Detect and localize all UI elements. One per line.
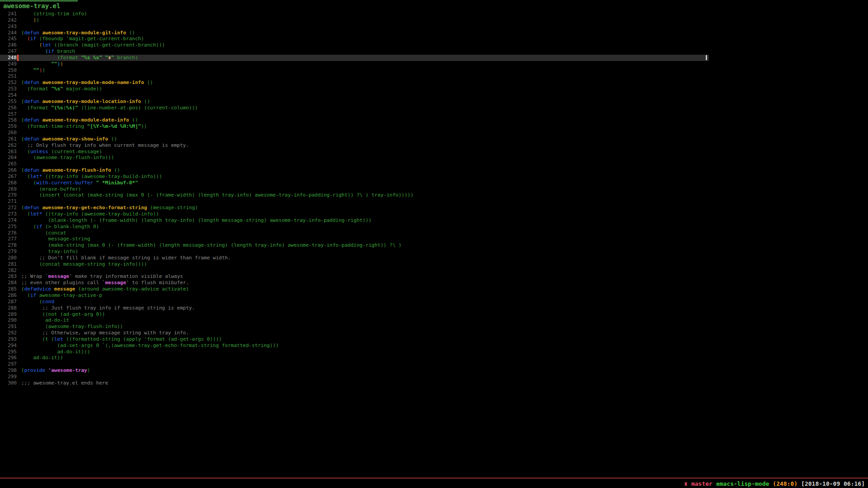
code-line[interactable]: 269 (erase-buffer) — [0, 186, 709, 192]
code-line[interactable]: 252(defun awesome-tray-module-mode-name-… — [0, 80, 709, 86]
code-line[interactable]: 265 — [0, 161, 709, 167]
code-token: (format — [21, 55, 81, 61]
code-token: ( — [21, 167, 24, 173]
code-line[interactable]: 243 — [0, 23, 709, 30]
code-line[interactable]: 276 (concat — [0, 230, 709, 236]
code-line[interactable]: 270 (insert (concat (make-string (max 0 … — [0, 192, 709, 198]
code-line[interactable]: 249 "")) — [0, 61, 709, 67]
code-token — [21, 61, 51, 67]
code-line[interactable]: 256 (format "(%s:%s)" (line-number-at-po… — [0, 105, 709, 111]
code-line[interactable]: 279 tray-info) — [0, 249, 709, 255]
code-line[interactable]: 273 (let* ((tray-info (awesome-tray-buil… — [0, 211, 709, 217]
code-token: let — [54, 336, 63, 342]
text-cursor — [17, 55, 19, 61]
code-line[interactable]: 289 ((not (ad-get-arg 0)) — [0, 311, 709, 318]
code-token: ( — [21, 211, 30, 217]
code-line[interactable]: 244(defun awesome-tray-module-git-info (… — [0, 30, 709, 36]
code-token: (format — [21, 105, 51, 111]
code-token: ((formatted-string (apply 'format (ad-ge… — [63, 336, 222, 342]
code-line[interactable]: 286 (if awesome-tray-active-p — [0, 292, 709, 299]
code-token: () — [111, 167, 120, 173]
code-line[interactable]: 281 (concat message-string tray-info)))) — [0, 261, 709, 267]
code-line[interactable]: 298(provide 'awesome-tray) — [0, 367, 709, 374]
line-number: 293 — [0, 336, 17, 343]
code-line[interactable]: 250 "")) — [0, 67, 709, 74]
line-number: 262 — [0, 142, 17, 149]
code-line[interactable]: 245 (if (fboundp 'magit-get-current-bran… — [0, 36, 709, 42]
code-line[interactable]: 246 (let ((branch (magit-get-current-bra… — [0, 42, 709, 48]
code-token: (concat — [21, 230, 66, 236]
line-number: 261 — [0, 136, 17, 142]
line-number: 297 — [0, 361, 17, 367]
line-number: 246 — [0, 42, 17, 48]
code-line[interactable]: 259 (format-time-string "[%Y-%m-%d %H:%M… — [0, 123, 709, 130]
code-token: (format-time-string — [21, 123, 87, 129]
code-token: () — [126, 30, 135, 36]
code-line[interactable]: 285(defadvice message (around awesome-tr… — [0, 286, 709, 292]
code-token: defun — [24, 80, 39, 85]
code-line[interactable]: 262 ;; Only flush tray info when current… — [0, 142, 709, 149]
code-token: if — [30, 36, 36, 42]
code-line[interactable]: 290 ad-do-it — [0, 317, 709, 324]
code-line[interactable]: 284;; even other plugins call `message' … — [0, 280, 709, 286]
code-token: ;; Don't fill blank if message string is… — [21, 255, 231, 261]
code-line[interactable]: 263 (unless (current-message) — [0, 149, 709, 155]
code-line[interactable]: 251 — [0, 73, 709, 80]
code-line[interactable]: 248 (format "%s %s" "♜" branch) — [0, 55, 709, 61]
line-number: 264 — [0, 155, 17, 161]
code-line[interactable]: 257 — [0, 111, 709, 117]
code-token: defun — [24, 99, 39, 104]
line-number: 263 — [0, 149, 17, 155]
code-line[interactable]: 277 message-string — [0, 236, 709, 242]
line-number: 280 — [0, 255, 17, 261]
code-line[interactable]: 291 (awesome-tray-flush-info)) — [0, 324, 709, 330]
code-line[interactable]: 294 (ad-set-args 0 `(,(awesome-tray-get-… — [0, 343, 709, 349]
code-line[interactable]: 254 — [0, 92, 709, 99]
code-line[interactable]: 293 (t (let ((formatted-string (apply 'f… — [0, 336, 709, 343]
code-line[interactable]: 242 )) — [0, 17, 709, 23]
line-number: 248 — [0, 55, 17, 61]
code-line[interactable]: 297 — [0, 361, 709, 367]
code-line[interactable]: 300;;; awesome-tray.el ends here — [0, 380, 709, 386]
code-token: ;; Just flush tray info if message strin… — [21, 305, 195, 311]
code-token: message — [105, 280, 126, 286]
code-line[interactable]: 266(defun awesome-tray-flush-info () — [0, 167, 709, 174]
code-token: ' to flush minibufer. — [126, 280, 189, 286]
line-number: 272 — [0, 205, 17, 211]
code-line[interactable]: 258(defun awesome-tray-module-date-info … — [0, 117, 709, 123]
code-token: awesome-tray-get-echo-format-string — [42, 205, 147, 211]
code-line[interactable]: 295 ad-do-it))) — [0, 349, 709, 355]
code-line[interactable]: 287 (cond — [0, 299, 709, 305]
code-line[interactable]: 253 (format "%s" major-mode)) — [0, 86, 709, 92]
code-line[interactable]: 292 ;; Otherwise, wrap message string wi… — [0, 330, 709, 336]
code-line[interactable]: 274 (blank-length (- (frame-width) (leng… — [0, 217, 709, 224]
code-line[interactable]: 288 ;; Just flush tray info if message s… — [0, 305, 709, 311]
code-line[interactable]: 260 — [0, 130, 709, 136]
code-line[interactable]: 275 (if (> blank-length 0) — [0, 224, 709, 230]
code-token: (string-trim info) — [21, 11, 87, 17]
code-token: if — [30, 292, 36, 298]
code-token: (fboundp 'magit-get-current-branch) — [36, 36, 144, 42]
code-token: if — [36, 224, 42, 230]
code-line[interactable]: 255(defun awesome-tray-module-location-i… — [0, 99, 709, 105]
code-line[interactable]: 241 (string-trim info) — [0, 11, 709, 17]
code-line[interactable]: 268 (with-current-buffer " *Minibuf-0*" — [0, 180, 709, 186]
code-token: unless — [30, 149, 48, 155]
code-line[interactable]: 299 — [0, 374, 709, 380]
code-token: defun — [24, 117, 39, 123]
code-line[interactable]: 296 ad-do-it)) — [0, 355, 709, 361]
code-line[interactable]: 272(defun awesome-tray-get-echo-format-s… — [0, 205, 709, 211]
code-line[interactable]: 271 — [0, 198, 709, 205]
code-token: ;;; awesome-tray.el ends here — [21, 380, 108, 386]
code-line[interactable]: 280 ;; Don't fill blank if message strin… — [0, 255, 709, 261]
code-line[interactable]: 278 (make-string (max 0 (- (frame-width)… — [0, 242, 709, 249]
code-area[interactable]: 241 (string-trim info)242 ))243244(defun… — [0, 11, 868, 386]
code-line[interactable]: 247 (if branch — [0, 48, 709, 55]
code-line[interactable]: 261(defun awesome-tray-show-info () — [0, 136, 709, 142]
code-line[interactable]: 283;; Wrap `message' make tray informati… — [0, 273, 709, 280]
code-token: message — [48, 273, 69, 279]
code-line[interactable]: 267 (let* ((tray-info (awesome-tray-buil… — [0, 174, 709, 180]
code-line[interactable]: 282 — [0, 267, 709, 274]
line-number: 291 — [0, 324, 17, 330]
code-line[interactable]: 264 (awesome-tray-flush-info))) — [0, 155, 709, 161]
